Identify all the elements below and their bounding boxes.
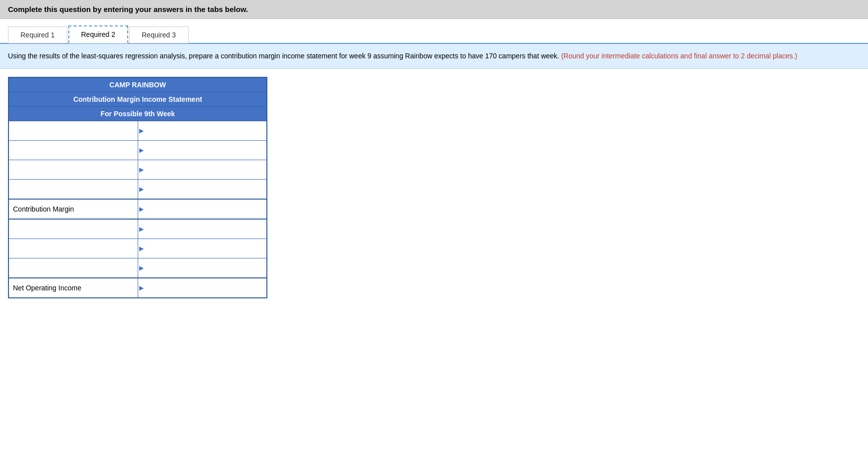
table-row: ▶ [8,160,267,180]
table-row: ▶ [8,141,267,160]
row-7-value-cell: ▶ [138,258,267,278]
arrow-icon-1: ▶ [138,147,145,154]
row-2-value-cell: ▶ [138,160,267,180]
row-6-value-input[interactable] [145,239,266,258]
arrow-icon-6: ▶ [138,245,145,252]
row-3-label-input[interactable] [13,182,134,197]
tabs-container: Required 1 Required 2 Required 3 [0,19,868,44]
contribution-margin-value-cell: ▶ [138,199,267,219]
net-operating-income-label: Net Operating Income [8,278,138,298]
arrow-icon-5: ▶ [138,226,145,233]
arrow-icon-3: ▶ [138,186,145,193]
table-row: ▶ [8,180,267,200]
arrow-icon-0: ▶ [138,127,145,134]
tab-required-3[interactable]: Required 3 [129,26,189,43]
tab-required-1[interactable]: Required 1 [8,26,67,43]
top-banner: Complete this question by entering your … [0,0,868,19]
row-3-label [8,180,138,200]
table-header-1: CAMP RAINBOW [8,77,267,92]
table-row: ▶ [8,258,267,278]
table-row: ▶ [8,121,267,141]
row-7-value-input[interactable] [145,258,266,277]
tab-required-2[interactable]: Required 2 [68,25,129,43]
arrow-icon-2: ▶ [138,166,145,173]
table-header-3: For Possible 9th Week [8,107,267,121]
net-operating-income-input[interactable] [145,278,266,297]
row-5-label-input[interactable] [13,222,134,237]
contribution-margin-input[interactable] [145,200,266,219]
row-6-value-cell: ▶ [138,239,267,258]
row-1-label [8,141,138,160]
row-0-label-input[interactable] [13,123,134,138]
instruction-red-text-content: (Round your intermediate calculations an… [561,52,797,60]
row-7-label-input[interactable] [13,260,134,275]
row-1-value-cell: ▶ [138,141,267,160]
table-row: ▶ [8,239,267,258]
table-row-net-operating-income: Net Operating Income ▶ [8,278,267,298]
row-2-value-input[interactable] [145,160,266,179]
instruction-box: Using the results of the least-squares r… [0,44,868,69]
row-5-value-cell: ▶ [138,219,267,239]
instruction-main-text: Using the results of the least-squares r… [8,52,559,60]
net-operating-income-value-cell: ▶ [138,278,267,298]
row-5-value-input[interactable] [145,220,266,238]
row-3-value-cell: ▶ [138,180,267,200]
row-0-label [8,121,138,141]
row-7-label [8,258,138,278]
table-header-2: Contribution Margin Income Statement [8,92,267,107]
row-1-label-input[interactable] [13,143,134,158]
table-container: CAMP RAINBOW Contribution Margin Income … [0,69,868,306]
table-row-contribution-margin: Contribution Margin ▶ [8,199,267,219]
arrow-icon-7: ▶ [138,264,145,271]
table-row: ▶ [8,219,267,239]
table-title-1: CAMP RAINBOW [8,77,267,92]
row-6-label [8,239,138,258]
table-title-3: For Possible 9th Week [8,107,267,121]
row-6-label-input[interactable] [13,241,134,256]
contribution-margin-label: Contribution Margin [8,199,138,219]
income-table: CAMP RAINBOW Contribution Margin Income … [8,77,267,298]
table-title-2: Contribution Margin Income Statement [8,92,267,107]
row-3-value-input[interactable] [145,180,266,199]
row-5-label [8,219,138,239]
row-2-label [8,160,138,180]
row-0-value-input[interactable] [145,121,266,140]
row-1-value-input[interactable] [145,141,266,160]
row-2-label-input[interactable] [13,162,134,177]
row-0-value-cell: ▶ [138,121,267,141]
arrow-icon-8: ▶ [138,284,145,291]
arrow-icon-4: ▶ [138,206,145,213]
